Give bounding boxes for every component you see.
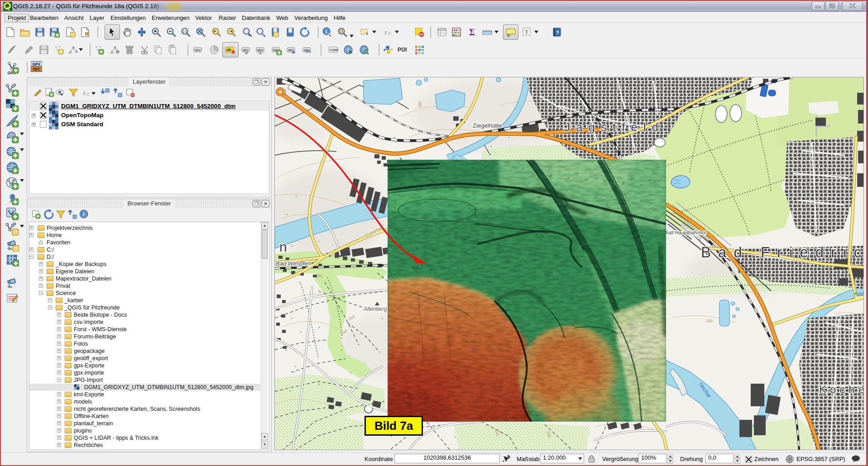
svg-text:1:1: 1:1 [182, 30, 187, 33]
svg-text:Ziegelhütte: Ziegelhütte [473, 122, 502, 129]
svg-text:?: ? [556, 30, 559, 35]
svg-text:Koch: Koch [854, 291, 864, 296]
svg-text:Bad Wimpfen: Bad Wimpfen [276, 260, 311, 267]
svg-text:n: n [279, 239, 287, 254]
svg-text:shall Hauptbahnhof: shall Hauptbahnhof [663, 230, 707, 235]
svg-text:061: 061 [317, 274, 323, 278]
svg-text:Bad Friedric: Bad Friedric [701, 244, 864, 261]
svg-text:Jagstfeld: Jagstfeld [564, 120, 664, 134]
svg-text:Altenberg: Altenberg [363, 306, 387, 312]
svg-text:150: 150 [706, 319, 713, 323]
svg-text:160: 160 [417, 100, 422, 108]
svg-text:i: i [83, 211, 85, 218]
svg-text:ab: ab [226, 48, 231, 52]
svg-text:Koche: Koche [819, 383, 864, 395]
